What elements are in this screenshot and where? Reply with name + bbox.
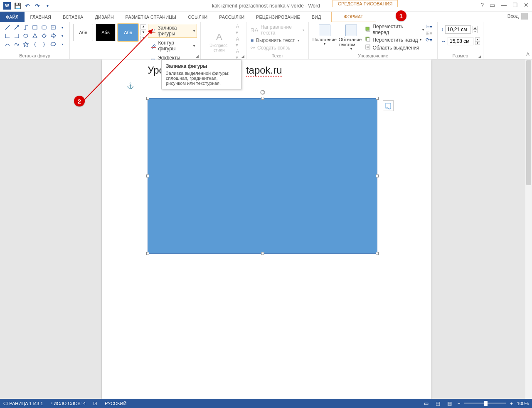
style-gallery-scroll[interactable]: ▲ ▼ ▾ xyxy=(140,24,146,41)
width-input[interactable] xyxy=(448,37,473,45)
height-up-icon[interactable]: ▲ xyxy=(473,26,478,30)
view-web-icon[interactable]: ▦ xyxy=(446,400,453,407)
tab-references[interactable]: ССЫЛКИ xyxy=(182,12,213,22)
tab-design[interactable]: ДИЗАЙН xyxy=(89,12,119,22)
zoom-slider[interactable] xyxy=(464,403,506,404)
scrollbar-thumb[interactable] xyxy=(526,60,531,185)
layout-options-button[interactable] xyxy=(383,100,394,111)
dialog-launcher-icon[interactable]: ◢ xyxy=(196,54,199,58)
shape-outline-button[interactable]: Контур фигуры ▾ xyxy=(148,39,197,53)
tab-view[interactable]: ВИД xyxy=(306,12,327,22)
help-icon[interactable]: ? xyxy=(480,2,484,8)
style-scroll-down-icon[interactable]: ▼ xyxy=(140,30,146,35)
sign-in[interactable]: Вход xyxy=(507,13,528,20)
view-print-icon[interactable]: ▤ xyxy=(434,400,442,407)
shape-rightarrow-icon[interactable] xyxy=(49,32,57,40)
shape-diamond-icon[interactable] xyxy=(40,32,48,40)
tab-mailings[interactable]: РАССЫЛКИ xyxy=(213,12,250,22)
maximize-icon[interactable]: ☐ xyxy=(512,2,518,8)
status-word-count[interactable]: ЧИСЛО СЛОВ: 4 xyxy=(51,401,86,406)
style-thumb-black[interactable]: Абв xyxy=(96,24,116,41)
shape-curve-icon[interactable] xyxy=(3,40,12,48)
shape-style-gallery[interactable]: Абв Абв Абв ▲ ▼ ▾ xyxy=(73,24,146,41)
width-up-icon[interactable]: ▲ xyxy=(475,37,480,41)
send-backward-button[interactable]: Переместить назад▾ xyxy=(365,36,424,43)
wordart-gallery-button[interactable]: A xyxy=(214,32,224,42)
shape-elbow-icon[interactable] xyxy=(3,32,12,40)
style-scroll-up-icon[interactable]: ▲ xyxy=(140,24,146,30)
zoom-in-icon[interactable]: + xyxy=(510,401,512,406)
save-icon[interactable]: 💾 xyxy=(14,2,21,9)
handle-n[interactable] xyxy=(261,97,264,100)
selected-shape[interactable] xyxy=(148,98,377,254)
shapes-gallery[interactable]: ▾ ▾ { } ▾ xyxy=(3,24,66,48)
ribbon-options-icon[interactable]: ▭ xyxy=(490,2,495,8)
collapse-ribbon-icon[interactable]: ᐱ xyxy=(526,52,530,57)
redo-icon[interactable]: ↷ xyxy=(34,2,41,9)
shape-arrow-icon[interactable] xyxy=(12,24,21,31)
vertical-scrollbar[interactable] xyxy=(525,59,532,399)
shape-connector-icon[interactable] xyxy=(22,24,30,31)
handle-sw[interactable] xyxy=(146,252,149,255)
anchor-icon[interactable]: ⚓ xyxy=(127,82,134,89)
bring-forward-button[interactable]: Переместить вперед▾ xyxy=(365,24,424,35)
handle-w[interactable] xyxy=(146,175,149,178)
text-direction-button[interactable]: ⇅A Направление текста▾ xyxy=(250,24,305,36)
tab-format[interactable]: ФОРМАТ xyxy=(331,12,377,22)
shape-fill-button[interactable]: Заливка фигуры ▾ xyxy=(148,24,197,38)
status-page[interactable]: СТРАНИЦА 1 ИЗ 1 xyxy=(3,401,43,406)
minimize-icon[interactable]: — xyxy=(501,2,507,8)
tab-file[interactable]: ФАЙЛ xyxy=(0,12,25,22)
handle-se[interactable] xyxy=(376,252,379,255)
zoom-slider-knob[interactable] xyxy=(484,401,488,406)
zoom-out-icon[interactable]: − xyxy=(458,401,460,406)
shape-brace-right-icon[interactable]: } xyxy=(40,40,48,48)
shape-freeform-icon[interactable] xyxy=(12,40,21,48)
shape-rounded-rect-icon[interactable] xyxy=(40,24,48,31)
handle-s[interactable] xyxy=(261,252,264,255)
shape-brace-left-icon[interactable]: { xyxy=(31,40,39,48)
shape-elbow2-icon[interactable] xyxy=(12,32,21,40)
shape-oval-icon[interactable] xyxy=(22,32,30,40)
shape-rect-icon[interactable] xyxy=(31,24,39,31)
shape-textbox-icon[interactable] xyxy=(49,24,57,31)
close-icon[interactable]: ✕ xyxy=(524,2,529,8)
rotate-handle[interactable] xyxy=(260,89,266,95)
tab-home[interactable]: ГЛАВНАЯ xyxy=(25,12,57,22)
position-button[interactable]: Положение ▾ xyxy=(312,24,337,46)
undo-icon[interactable]: ↶ xyxy=(24,2,31,9)
wrap-text-button[interactable]: Обтекание текстом ▾ xyxy=(339,24,364,51)
view-read-icon[interactable]: ▭ xyxy=(423,400,430,407)
text-fill-button[interactable]: A ▾ xyxy=(236,24,243,35)
height-input[interactable] xyxy=(445,25,471,34)
shape-more2-icon[interactable]: ▾ xyxy=(58,32,66,40)
style-thumb-outline[interactable]: Абв xyxy=(73,24,93,41)
height-down-icon[interactable]: ▼ xyxy=(473,30,478,33)
shape-star-icon[interactable] xyxy=(22,40,30,48)
zoom-level[interactable]: 100% xyxy=(517,401,529,406)
rotate-button[interactable]: ⟳▾ xyxy=(426,37,434,43)
shape-line-icon[interactable] xyxy=(3,24,12,31)
style-gallery-more-icon[interactable]: ▾ xyxy=(140,36,146,41)
tab-insert[interactable]: ВСТАВКА xyxy=(57,12,89,22)
create-link-button[interactable]: ⚯ Создать связь xyxy=(250,45,305,51)
dialog-launcher-icon[interactable]: ◢ xyxy=(478,54,481,58)
tab-review[interactable]: РЕЦЕНЗИРОВАНИЕ xyxy=(250,12,306,22)
align-button[interactable]: ⊫▾ xyxy=(426,24,434,30)
shape-more-icon[interactable]: ▾ xyxy=(58,24,66,31)
status-proofing-icon[interactable]: ☑ xyxy=(93,401,97,406)
shape-triangle-icon[interactable] xyxy=(31,32,39,40)
selection-pane-button[interactable]: Область выделения xyxy=(365,44,424,51)
text-outline-button[interactable]: A ▾ xyxy=(236,36,243,48)
dialog-launcher-icon[interactable]: ◢ xyxy=(241,54,244,58)
shape-expand-icon[interactable]: ▾ xyxy=(58,40,66,48)
handle-nw[interactable] xyxy=(146,97,149,100)
align-text-button[interactable]: ≡ Выровнять текст▾ xyxy=(250,37,305,44)
tab-page-layout[interactable]: РАЗМЕТКА СТРАНИЦЫ xyxy=(120,12,182,22)
group-button[interactable]: ⊞▾ xyxy=(426,30,434,36)
handle-e[interactable] xyxy=(376,175,379,178)
handle-ne[interactable] xyxy=(376,97,379,100)
qat-more-icon[interactable]: ▾ xyxy=(44,2,51,9)
style-thumb-blue[interactable]: Абв xyxy=(118,24,138,41)
width-down-icon[interactable]: ▼ xyxy=(475,41,480,45)
